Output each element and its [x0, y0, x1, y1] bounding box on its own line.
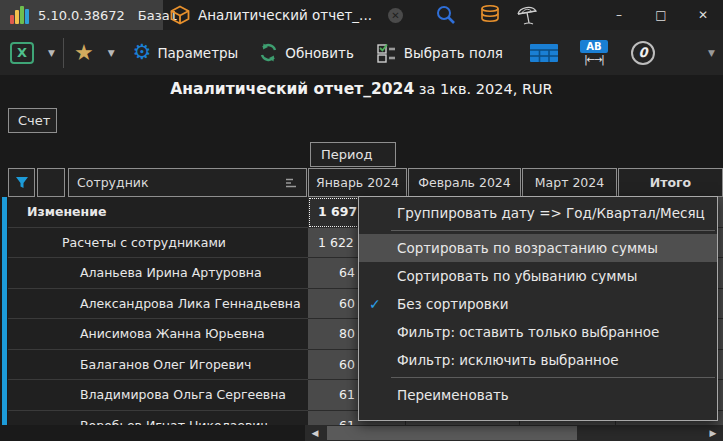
zero-icon: 0 — [631, 41, 655, 65]
app-info-section: 5.10.0.38672 База1 — [0, 0, 163, 30]
tab-close-icon[interactable]: ✕ — [388, 8, 403, 23]
auto-width-button[interactable]: AB |←→| — [579, 40, 609, 65]
grid-header: Сотрудник Январь 2024 Февраль 2024 Март … — [0, 168, 723, 197]
menu-item-sort-descending[interactable]: Сортировать по убыванию суммы — [359, 262, 717, 290]
database-icon[interactable] — [477, 3, 503, 27]
column-header-march[interactable]: Март 2024 — [522, 168, 617, 197]
filter-icon — [15, 176, 29, 190]
scroll-right-icon[interactable]: ▶ — [705, 425, 721, 441]
column-header-january[interactable]: Январь 2024 — [308, 168, 407, 197]
menu-item-sort-ascending[interactable]: Сортировать по возрастанию суммы — [359, 234, 717, 262]
parameters-button[interactable]: ⚙ Параметры — [133, 42, 239, 63]
column-header-total[interactable]: Итого — [618, 168, 723, 197]
report-tab[interactable]: Аналитический отчет_... ✕ — [170, 0, 403, 30]
toolbar: X ▼ ★ ▼ ⚙ Параметры Обновить Выбрать пол… — [0, 30, 723, 75]
selection-strip — [2, 197, 7, 425]
umbrella-icon[interactable] — [514, 3, 540, 27]
tab-title: Аналитический отчет_... — [198, 7, 372, 23]
menu-item-no-sorting[interactable]: ✓ Без сортировки — [359, 290, 717, 318]
filter-button[interactable] — [8, 168, 35, 197]
menu-item-filter-keep-selected[interactable]: Фильтр: оставить только выбранное — [359, 318, 717, 346]
table-view-button[interactable] — [529, 42, 559, 64]
favorites-dropdown-icon[interactable]: ▼ — [108, 48, 115, 58]
refresh-button[interactable]: Обновить — [258, 42, 354, 63]
scrollbar-thumb[interactable] — [327, 426, 577, 440]
app-version: 5.10.0.38672 — [38, 8, 125, 23]
gear-icon: ⚙ — [133, 42, 152, 63]
report-title-period: за 1кв. 2024, RUR — [414, 81, 552, 97]
star-icon: ★ — [74, 42, 94, 64]
table-grid-icon — [529, 42, 559, 64]
excel-dropdown-icon[interactable]: ▼ — [48, 48, 55, 58]
horizontal-scrollbar[interactable]: ◀ ▶ — [305, 425, 723, 441]
menu-item-rename[interactable]: Переименовать — [359, 381, 717, 409]
close-button[interactable]: ✕ — [683, 0, 723, 30]
period-field[interactable]: Период — [310, 142, 396, 167]
search-icon[interactable] — [433, 3, 459, 27]
toolbar-overflow-icon[interactable]: ▼ — [708, 48, 715, 58]
excel-icon: X — [10, 42, 34, 64]
row-dimension-header[interactable]: Сотрудник — [68, 168, 307, 197]
export-excel-button[interactable]: X — [10, 42, 34, 64]
column-header-february[interactable]: Февраль 2024 — [408, 168, 521, 197]
menu-item-filter-exclude-selected[interactable]: Фильтр: исключить выбранное — [359, 346, 717, 374]
menu-separator — [391, 230, 715, 231]
report-title-main: Аналитический отчет_2024 — [170, 80, 414, 98]
menu-item-group-date[interactable]: Группировать дату => Год/Квартал/Месяц — [359, 199, 717, 227]
report-title: Аналитический отчет_2024 за 1кв. 2024, R… — [0, 80, 723, 98]
cube-icon — [170, 5, 190, 25]
check-icon: ✓ — [369, 296, 381, 312]
toolbar-separator — [63, 38, 64, 68]
app-logo-icon — [10, 6, 29, 24]
refresh-icon — [258, 42, 279, 63]
hide-zeros-button[interactable]: 0 — [631, 41, 655, 65]
favorites-button[interactable]: ★ — [74, 42, 94, 64]
sort-icon — [285, 177, 298, 189]
scroll-left-icon[interactable]: ◀ — [307, 425, 323, 441]
minimize-button[interactable]: – — [599, 0, 639, 30]
select-fields-button[interactable]: Выбрать поля — [376, 42, 503, 64]
select-fields-icon — [376, 42, 398, 64]
context-menu: Группировать дату => Год/Квартал/Месяц С… — [358, 196, 718, 421]
maximize-button[interactable]: □ — [641, 0, 681, 30]
column-width-icon: AB |←→| — [579, 40, 609, 65]
title-bar: 5.10.0.38672 База1 Аналитический отчет_.… — [0, 0, 723, 30]
blank-header-button[interactable] — [37, 168, 65, 197]
app-window: 5.10.0.38672 База1 Аналитический отчет_.… — [0, 0, 723, 441]
account-button[interactable]: Счет — [8, 108, 57, 133]
menu-separator — [391, 377, 715, 378]
